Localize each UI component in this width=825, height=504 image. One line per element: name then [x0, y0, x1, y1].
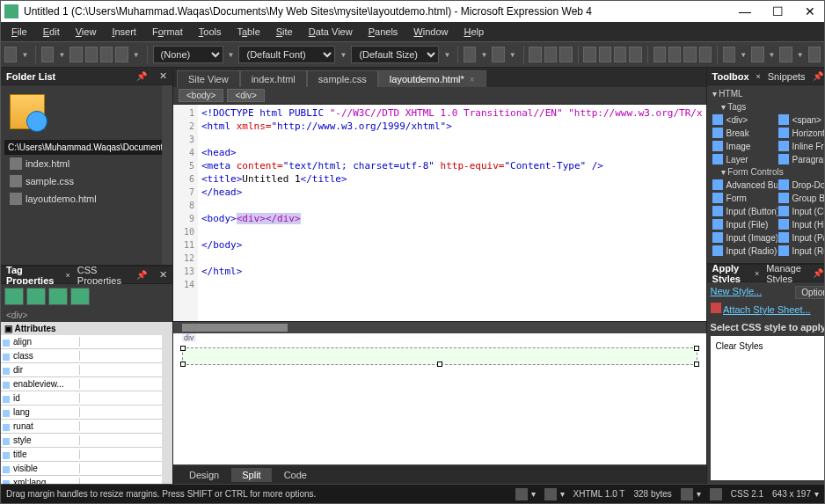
scrollbar[interactable] [162, 322, 172, 484]
code-tab[interactable]: Code [274, 468, 318, 482]
manage-styles-tab[interactable]: Manage Styles [766, 263, 805, 284]
toolbox-item[interactable]: Horizontal Line [778, 127, 824, 139]
close-button[interactable]: ✕ [799, 4, 821, 18]
redo-button[interactable] [492, 47, 504, 62]
attach-stylesheet-link[interactable]: Attach Style Sheet... [723, 304, 811, 315]
attribute-row[interactable]: dir [1, 363, 172, 377]
folder-path[interactable]: C:\Users\Muhammad.Waqas\Documents\M [4, 140, 169, 155]
numbering-button[interactable] [668, 47, 681, 62]
toolbox-item[interactable]: Drop-Down Box [778, 179, 824, 191]
toolbox-item[interactable]: Inline Frame [778, 140, 824, 152]
close-panel-icon[interactable]: ✕ [154, 269, 167, 281]
dropdown-icon[interactable]: ▼ [131, 51, 142, 59]
snippets-tab[interactable]: Snippets [768, 71, 806, 82]
close-tab-icon[interactable]: × [470, 75, 475, 84]
toolbox-item[interactable]: Paragraph [778, 153, 824, 165]
visual-aids-icon[interactable] [515, 488, 528, 500]
css-schema-icon[interactable] [710, 488, 722, 500]
publish-button[interactable] [115, 47, 128, 62]
category-tags[interactable]: Tags [709, 100, 824, 113]
bold-button[interactable] [529, 47, 541, 62]
menu-window[interactable]: Window [406, 25, 455, 39]
menu-edit[interactable]: Edit [36, 25, 67, 39]
close-panel-icon[interactable]: ✕ [154, 70, 167, 82]
attribute-row[interactable]: runat [1, 420, 172, 434]
dropdown-icon[interactable]: ▼ [19, 51, 30, 59]
events-button[interactable] [70, 288, 90, 305]
group-button[interactable] [26, 288, 46, 305]
maximize-button[interactable]: ☐ [767, 4, 789, 18]
pin-icon[interactable]: 📌 [813, 268, 823, 278]
preview-button[interactable] [85, 47, 98, 62]
superpreview-button[interactable] [100, 47, 113, 62]
table-button[interactable] [808, 47, 821, 62]
toolbox-item[interactable]: Advanced Bu... [712, 179, 778, 191]
attribute-row[interactable]: xml:lang [1, 476, 172, 484]
category-html[interactable]: HTML [709, 87, 824, 100]
attribute-row[interactable]: align [1, 335, 172, 349]
resize-handle[interactable] [437, 362, 442, 367]
menu-site[interactable]: Site [269, 25, 300, 39]
toolbox-item[interactable]: Input (Reset) [778, 245, 824, 257]
doctype-status[interactable]: XHTML 1.0 T [573, 489, 625, 499]
menu-view[interactable]: View [69, 25, 104, 39]
toolbox-tab[interactable]: Toolbox [712, 71, 749, 82]
toolbox-item[interactable]: Input (Check... [778, 205, 824, 217]
css-properties-tab[interactable]: CSS Properties [77, 265, 129, 286]
code-editor[interactable]: 1234567891011121314 <!DOCTYPE html PUBLI… [173, 105, 706, 321]
menu-help[interactable]: Help [456, 25, 491, 39]
toolbox-item[interactable]: Break [712, 127, 778, 139]
underline-button[interactable] [559, 47, 572, 62]
attribute-row[interactable]: title [1, 448, 172, 462]
pin-icon[interactable]: 📌 [136, 270, 147, 280]
align-justify-button[interactable] [629, 47, 641, 62]
toolbox-item[interactable]: <div> [712, 113, 778, 126]
breadcrumb-item[interactable]: <body> [179, 89, 223, 102]
css-status[interactable]: CSS 2.1 [731, 489, 763, 499]
file-item[interactable]: index.html [4, 155, 169, 172]
menu-dataview[interactable]: Data View [302, 25, 360, 39]
align-right-button[interactable] [614, 47, 626, 62]
apply-styles-tab[interactable]: Apply Styles [712, 263, 748, 284]
resize-handle[interactable] [180, 346, 186, 351]
attribute-row[interactable]: enableview... [1, 377, 172, 391]
align-center-button[interactable] [599, 47, 611, 62]
toolbox-item[interactable]: Image [712, 140, 778, 152]
undo-button[interactable] [464, 47, 476, 62]
toolbox-item[interactable]: Input (Image) [712, 231, 778, 244]
site-folder-icon[interactable] [10, 94, 45, 129]
attribute-row[interactable]: class [1, 349, 172, 363]
file-item[interactable]: sample.css [4, 172, 169, 190]
attribute-row[interactable]: visible [1, 462, 172, 476]
menu-tools[interactable]: Tools [192, 25, 229, 39]
horizontal-scrollbar[interactable] [173, 321, 706, 333]
sort-button[interactable] [4, 288, 24, 305]
attributes-section[interactable]: ▣ Attributes [1, 322, 172, 335]
attribute-row[interactable]: id [1, 391, 172, 405]
show-set-button[interactable] [48, 288, 68, 305]
toolbox-item[interactable]: Form [712, 192, 778, 204]
file-item[interactable]: layoutdemo.html [4, 190, 169, 208]
selected-div[interactable] [182, 347, 697, 365]
code-content[interactable]: <!DOCTYPE html PUBLIC "-//W3C//DTD XHTML… [198, 105, 706, 321]
doc-tab[interactable]: index.html [240, 70, 307, 87]
toolbox-item[interactable]: Input (File) [712, 218, 778, 230]
menu-table[interactable]: Table [230, 25, 266, 39]
breadcrumb-item[interactable]: <div> [227, 89, 264, 102]
options-button[interactable]: Options ▾ [795, 286, 824, 299]
open-button[interactable] [41, 47, 54, 62]
tab-close-icon[interactable]: × [756, 72, 761, 81]
save-button[interactable] [69, 47, 82, 62]
align-left-button[interactable] [583, 47, 595, 62]
new-button[interactable] [4, 47, 17, 62]
menu-format[interactable]: Format [145, 25, 190, 39]
compat-icon[interactable] [681, 488, 693, 500]
toolbox-item[interactable]: Group Box [778, 192, 824, 204]
category-form[interactable]: Form Controls [709, 165, 824, 179]
fontcolor-button[interactable] [779, 47, 792, 62]
folder-list-tab[interactable]: Folder List [6, 71, 55, 82]
tab-close-icon[interactable]: × [66, 271, 70, 280]
font-select[interactable]: (Default Font) [238, 46, 335, 63]
borders-button[interactable] [723, 47, 735, 62]
dropdown-icon[interactable]: ▼ [56, 51, 67, 59]
